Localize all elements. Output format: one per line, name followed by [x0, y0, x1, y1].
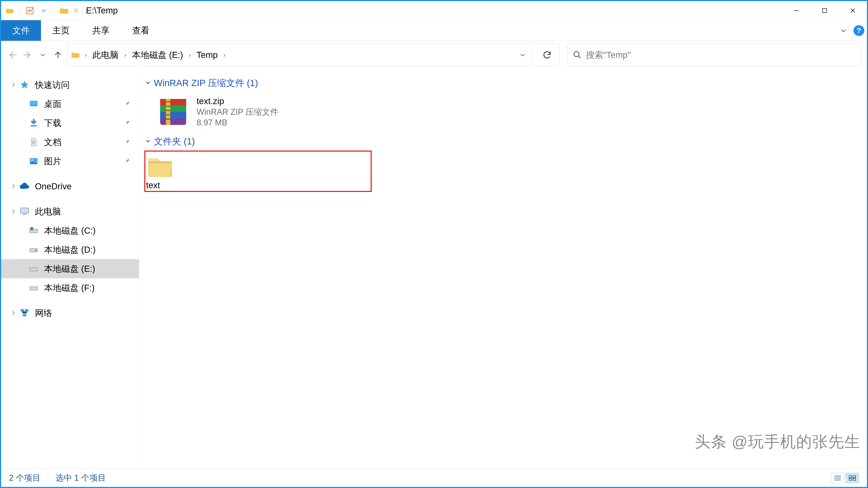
sidebar-drive-d[interactable]: 本地磁盘 (D:) — [1, 240, 139, 259]
group-header-label: 文件夹 (1) — [154, 135, 195, 148]
folder-icon — [146, 152, 174, 181]
minimize-button[interactable] — [782, 1, 810, 20]
chevron-right-icon[interactable] — [10, 81, 17, 89]
sidebar-item-label: 此电脑 — [35, 206, 61, 218]
sidebar-drive-f[interactable]: 本地磁盘 (F:) — [1, 278, 139, 297]
svg-rect-34 — [849, 478, 852, 480]
refresh-button[interactable] — [534, 43, 560, 66]
address-dropdown-icon[interactable] — [517, 50, 528, 60]
sidebar-item-label: 下载 — [44, 117, 61, 129]
window-title: E:\Temp — [86, 6, 118, 15]
chevron-right-icon[interactable]: › — [186, 51, 194, 59]
view-large-icons-button[interactable] — [846, 473, 859, 483]
status-item-count: 2 个项目 — [9, 473, 40, 483]
maximize-button[interactable] — [810, 1, 839, 20]
search-input[interactable] — [586, 50, 856, 60]
sidebar-drive-c[interactable]: 本地磁盘 (C:) — [1, 221, 139, 240]
view-details-button[interactable] — [831, 473, 844, 483]
history-dropdown[interactable] — [37, 49, 49, 61]
svg-rect-18 — [23, 314, 26, 317]
svg-rect-35 — [853, 478, 856, 480]
breadcrumb-this-pc[interactable]: 此电脑 — [91, 49, 120, 61]
chevron-down-icon[interactable] — [145, 138, 151, 144]
desktop-icon — [28, 99, 39, 109]
computer-icon — [19, 206, 30, 217]
svg-rect-1 — [823, 8, 827, 12]
chevron-right-icon[interactable] — [10, 309, 17, 317]
chevron-right-icon[interactable] — [10, 183, 17, 190]
sidebar-item-pictures[interactable]: 图片 — [1, 152, 139, 171]
sidebar-item-label: 本地磁盘 (F:) — [44, 282, 95, 294]
sidebar-item-label: 图片 — [44, 155, 61, 167]
sidebar-this-pc[interactable]: 此电脑 — [1, 202, 139, 221]
qat-dropdown-icon[interactable] — [73, 5, 80, 16]
pin-icon — [124, 120, 131, 126]
svg-rect-33 — [853, 476, 856, 478]
file-item-text-zip[interactable]: text.zip WinRAR ZIP 压缩文件 8.97 MB — [153, 92, 375, 131]
pin-icon — [124, 158, 131, 165]
sidebar-item-documents[interactable]: 文档 — [1, 132, 139, 152]
back-button[interactable] — [6, 49, 19, 61]
sidebar-item-label: 本地磁盘 (D:) — [44, 244, 96, 256]
help-button[interactable]: ? — [854, 25, 864, 36]
svg-rect-20 — [160, 99, 186, 105]
sidebar-onedrive[interactable]: OneDrive — [1, 177, 139, 196]
separator — [48, 473, 48, 483]
status-selected-count: 选中 1 个项目 — [56, 473, 106, 483]
close-button[interactable] — [839, 1, 867, 20]
sidebar-item-label: 本地磁盘 (C:) — [44, 225, 96, 237]
navigation-pane: 快速访问 桌面 下载 文档 — [1, 69, 139, 469]
ribbon-expand-icon[interactable] — [837, 25, 849, 37]
sidebar-item-label: 文档 — [44, 136, 61, 148]
chevron-down-icon[interactable] — [145, 80, 151, 86]
breadcrumb-temp[interactable]: Temp — [195, 50, 219, 60]
svg-rect-4 — [30, 101, 37, 105]
pin-icon — [124, 139, 131, 145]
file-details: text.zip WinRAR ZIP 压缩文件 8.97 MB — [196, 96, 278, 127]
address-bar[interactable]: › 此电脑 › 本地磁盘 (E:) › Temp › — [67, 43, 531, 66]
svg-point-13 — [35, 250, 36, 251]
svg-rect-15 — [30, 287, 37, 290]
chevron-right-icon[interactable]: › — [121, 51, 129, 59]
quick-access-toolbar — [1, 5, 82, 16]
window-controls — [782, 1, 867, 20]
picture-icon — [28, 156, 39, 166]
sidebar-item-label: OneDrive — [35, 182, 72, 191]
svg-rect-14 — [30, 268, 37, 271]
explorer-window: E:\Temp 文件 主页 共享 查看 ? › 此电脑 — [0, 0, 868, 488]
up-button[interactable] — [52, 49, 64, 61]
tab-home[interactable]: 主页 — [41, 20, 81, 41]
svg-point-2 — [574, 52, 579, 57]
sidebar-network[interactable]: 网络 — [1, 303, 139, 323]
chevron-right-icon[interactable]: › — [220, 51, 228, 59]
svg-rect-21 — [160, 105, 186, 112]
sidebar-item-label: 网络 — [35, 307, 52, 319]
folder-small-icon — [5, 5, 15, 16]
tab-view[interactable]: 查看 — [121, 20, 161, 41]
sidebar-item-downloads[interactable]: 下载 — [1, 113, 139, 132]
chevron-right-icon[interactable]: › — [82, 51, 90, 59]
winrar-icon — [155, 94, 191, 130]
group-header-zip[interactable]: WinRAR ZIP 压缩文件 (1) — [145, 77, 865, 89]
cloud-icon — [19, 181, 30, 192]
title-bar: E:\Temp — [1, 1, 867, 20]
tab-file[interactable]: 文件 — [1, 20, 41, 41]
group-header-folder[interactable]: 文件夹 (1) — [145, 135, 865, 148]
properties-icon[interactable] — [25, 5, 35, 16]
star-icon — [19, 79, 30, 90]
sidebar-quick-access[interactable]: 快速访问 — [1, 75, 139, 94]
forward-button[interactable] — [22, 49, 34, 61]
drive-icon — [28, 283, 39, 293]
ribbon-tabs: 文件 主页 共享 查看 ? — [1, 20, 867, 41]
breadcrumb-drive-e[interactable]: 本地磁盘 (E:) — [131, 49, 184, 61]
sidebar-item-label: 桌面 — [44, 98, 61, 110]
qat-chevron-down-icon[interactable] — [39, 5, 49, 16]
file-item-text-folder[interactable]: text — [146, 152, 174, 190]
svg-rect-22 — [160, 112, 186, 119]
sidebar-item-desktop[interactable]: 桌面 — [1, 94, 139, 113]
search-box[interactable] — [567, 43, 862, 66]
chevron-right-icon[interactable] — [10, 208, 17, 215]
tab-share[interactable]: 共享 — [81, 20, 121, 41]
svg-rect-5 — [31, 125, 37, 126]
sidebar-drive-e[interactable]: 本地磁盘 (E:) — [1, 259, 139, 278]
